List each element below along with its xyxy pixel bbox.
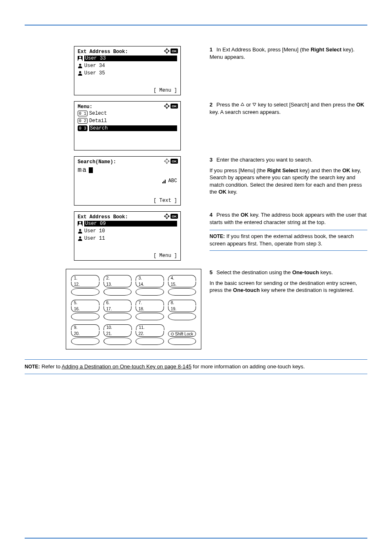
ot-button[interactable] bbox=[71, 288, 99, 296]
lcd-menu-screen: Menu: 0 1Select 0 2Detail 0 3Search bbox=[74, 101, 181, 150]
step-4-text: 4 Press the OK key. The address book app… bbox=[210, 211, 367, 226]
person-icon bbox=[78, 56, 83, 61]
step-3-para2: If you press [Menu] (the Right Select ke… bbox=[210, 167, 367, 196]
ot-button[interactable] bbox=[71, 338, 99, 345]
ot-button[interactable] bbox=[168, 313, 196, 320]
ot-key-7[interactable]: 7. bbox=[136, 300, 164, 305]
step-5-para2: In the basic screen for sending or the d… bbox=[210, 280, 367, 294]
ot-button[interactable] bbox=[136, 288, 164, 296]
lcd-text-soft: [ Text ] bbox=[153, 198, 177, 204]
step-1-text: 1 In Ext Address Book, press [Menu] (the… bbox=[210, 46, 367, 60]
ot-key-20[interactable]: 20. bbox=[71, 331, 99, 337]
ot-key-12[interactable]: 12. bbox=[71, 282, 99, 287]
lcd-title: Ext Address Book: bbox=[78, 214, 128, 220]
lcd-title: Search(Name): bbox=[78, 159, 116, 165]
num-icon: 0 3 bbox=[78, 125, 88, 131]
dpad-icon bbox=[164, 48, 170, 54]
nav-icons bbox=[164, 158, 178, 164]
led-icon bbox=[171, 333, 174, 335]
lcd-line-hl: User 33 bbox=[84, 56, 177, 61]
ot-key-1[interactable]: 1. bbox=[71, 275, 99, 281]
lcd-menu: [ Menu ] bbox=[153, 88, 177, 93]
note-2: NOTE: Refer to Adding a Destination on O… bbox=[25, 363, 367, 370]
ok-icon bbox=[171, 159, 178, 164]
lcd-title: Ext Address Book: bbox=[78, 49, 128, 55]
ot-button[interactable] bbox=[136, 338, 164, 345]
lcd-title: Menu: bbox=[78, 104, 92, 110]
lcd-line: Detail bbox=[89, 118, 107, 124]
nav-icons bbox=[164, 213, 178, 219]
note-divider-bottom bbox=[210, 250, 367, 251]
ot-key-21[interactable]: 21. bbox=[104, 331, 132, 337]
lcd-line: User 11 bbox=[84, 236, 105, 241]
ot-key-10[interactable]: 10. bbox=[104, 324, 132, 330]
lcd-line: User 34 bbox=[84, 63, 105, 69]
link-adding-destination[interactable]: Adding a Destination on One-touch Key on… bbox=[62, 363, 191, 370]
person-icon bbox=[78, 229, 83, 234]
step-5-text: 5 Select the destination using the One-t… bbox=[210, 269, 367, 276]
lcd-ext-address-book: Ext Address Book: User 33 User 34 User 3… bbox=[74, 46, 181, 95]
note-1: NOTE: If you first open the external add… bbox=[210, 233, 367, 247]
up-triangle-icon bbox=[240, 102, 244, 106]
step-3-text: 3 Enter the characters you want to searc… bbox=[210, 156, 367, 164]
ot-key-2[interactable]: 2. bbox=[104, 275, 132, 281]
ot-button[interactable] bbox=[168, 288, 196, 296]
ot-key-22[interactable]: 22. bbox=[136, 331, 164, 337]
num-icon: 0 2 bbox=[78, 118, 88, 124]
ot-button[interactable] bbox=[104, 313, 132, 320]
ot-key-6[interactable]: 6. bbox=[104, 300, 132, 305]
lcd-search-screen: Search(Name): ma ABC [ Text ] bbox=[74, 156, 181, 206]
lcd-line: User 10 bbox=[84, 228, 105, 234]
ot-key-18[interactable]: 18. bbox=[136, 306, 164, 312]
dpad-icon bbox=[164, 213, 170, 219]
shift-lock-label: Shift Lock bbox=[168, 331, 196, 337]
lcd-line: User 35 bbox=[84, 70, 105, 76]
num-icon: 0 1 bbox=[78, 111, 88, 116]
ot-key-15[interactable]: 15. bbox=[168, 282, 196, 287]
bottom-divider bbox=[25, 538, 367, 539]
note2-divider-top bbox=[25, 359, 367, 360]
ok-icon bbox=[171, 49, 178, 53]
ot-key-13[interactable]: 13. bbox=[104, 282, 132, 287]
person-icon bbox=[78, 71, 83, 76]
ot-key-3[interactable]: 3. bbox=[136, 275, 164, 281]
ot-key-11[interactable]: 11. bbox=[136, 324, 164, 330]
lcd-line: Select bbox=[89, 111, 107, 116]
dpad-icon bbox=[164, 158, 170, 164]
step-2-text: 2 Press the or key to select [Search] an… bbox=[210, 101, 367, 116]
ot-key-14[interactable]: 14. bbox=[136, 282, 164, 287]
top-divider bbox=[25, 25, 367, 25]
person-icon bbox=[78, 221, 83, 226]
note-divider-top bbox=[210, 230, 367, 230]
ot-key-16[interactable]: 16. bbox=[71, 306, 99, 312]
ot-key-5[interactable]: 5. bbox=[71, 300, 99, 305]
dpad-icon bbox=[164, 103, 170, 109]
ot-button[interactable] bbox=[136, 313, 164, 320]
abc-label: ABC bbox=[168, 178, 177, 184]
ot-key-17[interactable]: 17. bbox=[104, 306, 132, 312]
nav-icons bbox=[164, 48, 178, 54]
lcd-line-hl: Search bbox=[89, 125, 177, 131]
one-touch-panel: 1. 2. 3. 4. 12. 13. 14. 15. 5. 6. 7. bbox=[66, 269, 201, 349]
ok-icon bbox=[171, 104, 178, 109]
ot-button[interactable] bbox=[71, 313, 99, 320]
ok-icon bbox=[171, 214, 178, 219]
person-icon bbox=[78, 236, 83, 241]
lcd-result-screen: Ext Address Book: User 09 User 10 User 1… bbox=[74, 211, 181, 261]
shift-lock-button[interactable] bbox=[168, 338, 196, 345]
ot-key-4[interactable]: 4. bbox=[168, 275, 196, 281]
lcd-line-hl: User 09 bbox=[84, 221, 177, 227]
ot-key-8[interactable]: 8. bbox=[168, 300, 196, 305]
ot-button[interactable] bbox=[104, 338, 132, 345]
nav-icons bbox=[164, 103, 178, 109]
signal-icon bbox=[162, 179, 166, 183]
lcd-menu: [ Menu ] bbox=[153, 253, 177, 259]
down-triangle-icon bbox=[252, 102, 256, 106]
person-icon bbox=[78, 63, 83, 68]
note2-divider-bottom bbox=[25, 374, 367, 374]
ot-key-9[interactable]: 9. bbox=[71, 324, 99, 330]
ot-key-19[interactable]: 19. bbox=[168, 306, 196, 312]
ot-button[interactable] bbox=[104, 288, 132, 296]
